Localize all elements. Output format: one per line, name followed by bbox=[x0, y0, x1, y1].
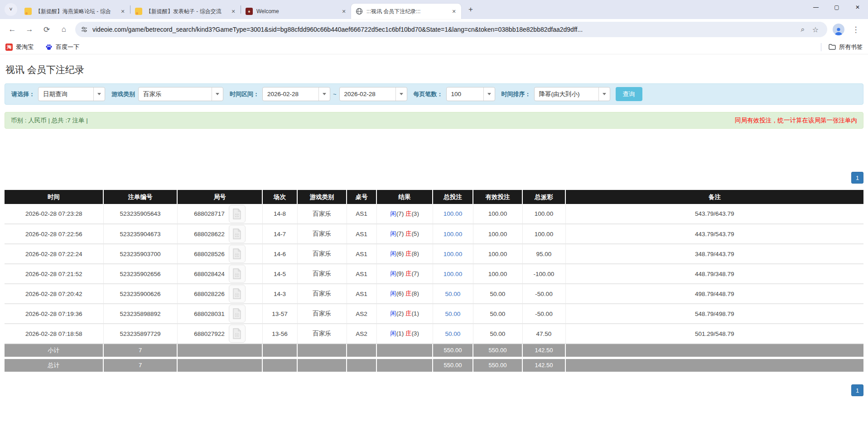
result-banker-label: 庄 bbox=[405, 290, 412, 297]
forum-favicon-icon bbox=[24, 8, 32, 15]
total-row: 总计7550.00550.00142.50 bbox=[5, 358, 863, 372]
zoom-icon[interactable]: ⌕ bbox=[796, 23, 809, 36]
total-bet-link[interactable]: 50.00 bbox=[445, 311, 461, 317]
page-number-button[interactable]: 1 bbox=[851, 384, 863, 396]
profile-avatar[interactable] bbox=[833, 24, 844, 35]
tab-bet-records-active[interactable]: :::视讯 会员下注纪录::: ✕ bbox=[351, 4, 461, 19]
cell-session: 14-6 bbox=[262, 244, 297, 264]
cell-valid-bet: 50.00 bbox=[473, 304, 522, 324]
column-header: 结果 bbox=[376, 190, 433, 204]
back-icon[interactable]: ← bbox=[5, 22, 20, 37]
pagination-bottom: 1 bbox=[5, 384, 863, 396]
total-bet-link[interactable]: 50.00 bbox=[445, 330, 461, 337]
maximize-button[interactable]: ▢ bbox=[826, 0, 847, 15]
bet-records-table: 时间注单编号局号场次游戏类别桌号结果总投注有效投注总派彩备注 2026-02-2… bbox=[5, 190, 863, 372]
result-player-label: 闲 bbox=[390, 270, 396, 277]
cell-total-bet: 50.00 bbox=[433, 304, 473, 324]
column-header: 注单编号 bbox=[103, 190, 177, 204]
sort-select[interactable]: 降幂(由大到小) bbox=[534, 87, 610, 101]
minimize-button[interactable]: — bbox=[805, 0, 826, 15]
close-icon[interactable]: ✕ bbox=[230, 8, 237, 15]
folder-icon bbox=[829, 44, 836, 51]
query-type-select[interactable]: 日期查询 bbox=[38, 87, 105, 101]
bookmark-star-icon[interactable]: ☆ bbox=[809, 23, 822, 36]
video-replay-button[interactable] bbox=[229, 285, 246, 303]
cell-table-no: AS2 bbox=[347, 324, 376, 344]
bookmarks-divider bbox=[821, 43, 821, 51]
cell-time: 2026-02-28 07:19:36 bbox=[5, 304, 103, 324]
sum-empty-cell bbox=[565, 358, 863, 372]
round-number: 688027922 bbox=[194, 330, 225, 337]
total-bet-link[interactable]: 50.00 bbox=[445, 291, 461, 297]
chevron-down-icon[interactable] bbox=[212, 87, 223, 101]
url-bar[interactable]: videoie.com/game/betrecord_search/kind3?… bbox=[75, 22, 827, 37]
close-window-button[interactable]: ✕ bbox=[847, 0, 868, 15]
table-row: 2026-02-28 07:22:24523235903700688028526… bbox=[5, 244, 863, 264]
date-to-select[interactable]: 2026-02-28 bbox=[339, 87, 407, 101]
total-bet-link[interactable]: 100.00 bbox=[444, 210, 462, 217]
warning-note-text: 同局有效投注，统一计算在该局第一张注单内 bbox=[735, 116, 857, 125]
cell-round: 688028717 bbox=[177, 204, 262, 224]
cell-result: 闲(1) 庄(3) bbox=[376, 324, 433, 344]
round-number: 688028031 bbox=[194, 311, 225, 317]
cell-table-no: AS2 bbox=[347, 304, 376, 324]
close-icon[interactable]: ✕ bbox=[119, 8, 126, 15]
sort-label: 时间排序： bbox=[502, 90, 531, 98]
result-banker-label: 庄 bbox=[405, 210, 412, 217]
home-icon[interactable]: ⌂ bbox=[56, 22, 72, 37]
chevron-down-icon[interactable] bbox=[93, 87, 105, 101]
sum-label: 总计 bbox=[5, 358, 103, 372]
video-replay-button[interactable] bbox=[229, 325, 246, 343]
cell-time: 2026-02-28 07:18:58 bbox=[5, 324, 103, 344]
column-header: 游戏类别 bbox=[297, 190, 347, 204]
round-number: 688028424 bbox=[194, 271, 225, 277]
query-type-value: 日期查询 bbox=[39, 87, 93, 101]
cell-valid-bet: 50.00 bbox=[473, 284, 522, 304]
chevron-down-icon[interactable] bbox=[483, 87, 495, 101]
result-banker-label: 庄 bbox=[405, 330, 412, 337]
forward-icon[interactable]: → bbox=[22, 22, 37, 37]
all-bookmarks-button[interactable]: 所有书签 bbox=[829, 43, 863, 51]
total-bet-link[interactable]: 100.00 bbox=[444, 251, 462, 257]
cell-session: 14-8 bbox=[262, 204, 297, 224]
tab-forum[interactable]: 【新提醒】海燕策略论坛 - 综合 ✕ bbox=[20, 4, 130, 19]
bookmark-baidu[interactable]: 百度一下 bbox=[45, 43, 79, 51]
close-icon[interactable]: ✕ bbox=[340, 8, 347, 15]
table-row: 2026-02-28 07:22:56523235904673688028622… bbox=[5, 224, 863, 244]
sum-empty-cell bbox=[262, 358, 297, 372]
video-replay-button[interactable] bbox=[229, 205, 246, 223]
chevron-down-icon[interactable] bbox=[318, 87, 330, 101]
close-icon[interactable]: ✕ bbox=[450, 8, 458, 15]
cell-note: 548.79/498.79 bbox=[565, 304, 863, 324]
tab-list-chevron-icon[interactable]: ˅ bbox=[5, 3, 17, 16]
globe-icon bbox=[356, 8, 363, 15]
summary-info-bar: 币别 : 人民币 | 总共 :7 注单 | 同局有效投注，统一计算在该局第一张注… bbox=[5, 112, 863, 129]
chevron-down-icon[interactable] bbox=[395, 87, 407, 101]
result-player-label: 闲 bbox=[390, 210, 396, 217]
video-replay-button[interactable] bbox=[229, 305, 246, 323]
total-bet-link[interactable]: 100.00 bbox=[444, 231, 462, 238]
tab-post[interactable]: 【新提醒】发表帖子 - 综合交流 ✕ bbox=[130, 4, 241, 19]
subtotal-row: 小计7550.00550.00142.50 bbox=[5, 344, 863, 358]
video-replay-button[interactable] bbox=[229, 265, 246, 283]
new-tab-button[interactable]: + bbox=[465, 4, 477, 15]
bookmark-label: 爱淘宝 bbox=[16, 43, 34, 51]
page-number-button[interactable]: 1 bbox=[851, 172, 863, 184]
video-replay-button[interactable] bbox=[229, 245, 246, 263]
date-from-select[interactable]: 2026-02-28 bbox=[262, 87, 330, 101]
chevron-down-icon[interactable] bbox=[598, 87, 610, 101]
video-replay-button[interactable] bbox=[229, 225, 246, 243]
cell-game: 百家乐 bbox=[297, 284, 347, 304]
site-info-icon[interactable] bbox=[81, 26, 88, 33]
filter-bar: 请选择： 日期查询 游戏类别 百家乐 时间区间： 2026-02-28 ~ 20… bbox=[5, 83, 863, 105]
bookmark-taobao[interactable]: 淘 爱淘宝 bbox=[5, 43, 34, 51]
page-size-select[interactable]: 100 bbox=[446, 87, 495, 101]
total-bet-link[interactable]: 100.00 bbox=[444, 271, 462, 277]
cell-session: 14-5 bbox=[262, 264, 297, 284]
browser-menu-icon[interactable]: ⋮ bbox=[848, 22, 863, 37]
tab-welcome[interactable]: ♠ Welcome ✕ bbox=[241, 4, 351, 19]
search-button[interactable]: 查询 bbox=[616, 87, 642, 101]
sum-valid-bet: 550.00 bbox=[473, 358, 522, 372]
reload-icon[interactable]: ⟳ bbox=[39, 22, 54, 37]
game-type-select[interactable]: 百家乐 bbox=[138, 87, 223, 101]
